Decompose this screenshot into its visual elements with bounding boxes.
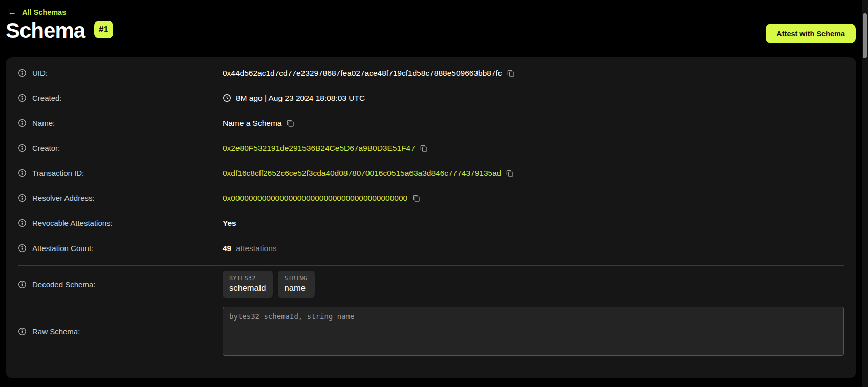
name-label-cell: Name: — [18, 119, 223, 127]
info-icon — [18, 169, 27, 177]
copy-creator-button[interactable] — [420, 144, 428, 152]
info-icon — [18, 327, 27, 336]
detail-row-transaction-id: Transaction ID: 0xdf16c8cff2652c6ce52f3c… — [6, 161, 856, 186]
field-type: STRING — [285, 275, 308, 282]
copy-resolver-button[interactable] — [412, 194, 420, 202]
copy-name-button[interactable] — [286, 119, 294, 127]
resolver-label: Resolver Address: — [32, 194, 95, 202]
uid-label-cell: UID: — [18, 69, 223, 77]
attest-with-schema-button[interactable]: Attest with Schema — [766, 24, 856, 43]
name-label: Name: — [32, 119, 55, 127]
arrow-left-icon: ← — [8, 8, 16, 16]
copy-icon — [507, 69, 515, 77]
schema-name-value: Name a Schema — [223, 119, 281, 128]
revocable-value: Yes — [223, 219, 236, 228]
back-link-label: All Schemas — [22, 8, 66, 16]
creator-label-cell: Creator: — [18, 144, 223, 152]
resolver-value-cell: 0x00000000000000000000000000000000000000… — [223, 194, 420, 203]
attestation-count-label: Attestation Count: — [32, 244, 93, 253]
transaction-label-cell: Transaction ID: — [18, 169, 223, 177]
created-value-cell: 8M ago | Aug 23 2024 18:08:03 UTC — [223, 94, 365, 103]
detail-row-decoded-schema: Decoded Schema: BYTES32 schemaId STRING … — [6, 266, 856, 303]
creator-label: Creator: — [32, 144, 60, 152]
info-icon — [18, 94, 27, 102]
raw-schema-label: Raw Schema: — [32, 327, 80, 336]
info-icon — [18, 244, 27, 253]
creator-address-link[interactable]: 0x2e80F532191de291536B24Ce5D67a9B0D3E51F… — [223, 144, 415, 153]
copy-icon — [412, 194, 420, 202]
title-row: Schema #1 — [6, 18, 113, 43]
created-value: 8M ago | Aug 23 2024 18:08:03 UTC — [236, 94, 365, 103]
copy-icon — [420, 144, 428, 152]
uid-value-cell: 0x44d562ac1d7cd77e232978687fea027ace48f7… — [223, 69, 515, 78]
info-icon — [18, 219, 27, 227]
info-icon — [18, 144, 27, 152]
transaction-label: Transaction ID: — [32, 169, 84, 177]
resolver-address-link[interactable]: 0x00000000000000000000000000000000000000… — [223, 194, 407, 203]
clock-icon — [223, 94, 231, 102]
schema-field-chip: BYTES32 schemaId — [223, 271, 273, 298]
raw-schema-label-cell: Raw Schema: — [18, 327, 223, 336]
schema-field-chip: STRING name — [278, 271, 315, 298]
field-name: name — [285, 283, 306, 292]
transaction-id-link[interactable]: 0xdf16c8cff2652c6ce52f3cda40d0878070016c… — [223, 169, 501, 178]
detail-row-raw-schema: Raw Schema: bytes32 schemaId, string nam… — [6, 303, 856, 360]
attestations-link[interactable]: attestations — [236, 244, 276, 253]
detail-row-creator: Creator: 0x2e80F532191de291536B24Ce5D67a… — [6, 135, 856, 161]
info-icon — [18, 280, 27, 289]
created-label: Created: — [32, 94, 62, 102]
schema-details-card: UID: 0x44d562ac1d7cd77e232978687fea027ac… — [6, 57, 856, 378]
detail-row-name: Name: Name a Schema — [6, 110, 856, 135]
info-icon — [18, 194, 27, 202]
field-type: BYTES32 — [229, 275, 266, 282]
attestation-count-number: 49 — [223, 244, 231, 253]
decoded-schema-label: Decoded Schema: — [32, 280, 95, 289]
copy-icon — [286, 119, 294, 127]
detail-row-revocable: Revocable Attestations: Yes — [6, 211, 856, 236]
detail-row-created: Created: 8M ago | Aug 23 2024 18:08:03 U… — [6, 85, 856, 110]
revocable-label: Revocable Attestations: — [32, 219, 113, 227]
name-value-cell: Name a Schema — [223, 119, 294, 128]
detail-row-uid: UID: 0x44d562ac1d7cd77e232978687fea027ac… — [6, 60, 856, 85]
detail-row-resolver: Resolver Address: 0x00000000000000000000… — [6, 186, 856, 211]
created-label-cell: Created: — [18, 94, 223, 102]
page-scrollbar[interactable] — [862, 0, 868, 387]
copy-icon — [506, 169, 514, 177]
attestation-count-value-cell: 49 attestations — [223, 244, 277, 253]
scrollbar-thumb[interactable] — [863, 13, 867, 58]
back-to-all-schemas-link[interactable]: ← All Schemas — [8, 8, 66, 16]
raw-schema-textarea[interactable]: bytes32 schemaId, string name — [223, 307, 844, 356]
resolver-label-cell: Resolver Address: — [18, 194, 223, 202]
uid-value: 0x44d562ac1d7cd77e232978687fea027ace48f7… — [223, 69, 502, 78]
decoded-schema-label-cell: Decoded Schema: — [18, 280, 223, 289]
revocable-label-cell: Revocable Attestations: — [18, 219, 223, 227]
transaction-value-cell: 0xdf16c8cff2652c6ce52f3cda40d0878070016c… — [223, 169, 514, 178]
revocable-value-cell: Yes — [223, 219, 236, 228]
page-title: Schema — [6, 18, 85, 43]
schema-number-badge: #1 — [94, 21, 113, 38]
attestation-count-label-cell: Attestation Count: — [18, 244, 223, 253]
info-icon — [18, 119, 27, 127]
copy-uid-button[interactable] — [507, 69, 515, 77]
decoded-schema-fields: BYTES32 schemaId STRING name — [223, 271, 315, 298]
uid-label: UID: — [32, 69, 48, 77]
field-name: schemaId — [229, 283, 266, 292]
detail-row-attestation-count: Attestation Count: 49 attestations — [6, 236, 856, 261]
creator-value-cell: 0x2e80F532191de291536B24Ce5D67a9B0D3E51F… — [223, 144, 428, 153]
info-icon — [18, 69, 27, 77]
copy-transaction-button[interactable] — [506, 169, 514, 177]
